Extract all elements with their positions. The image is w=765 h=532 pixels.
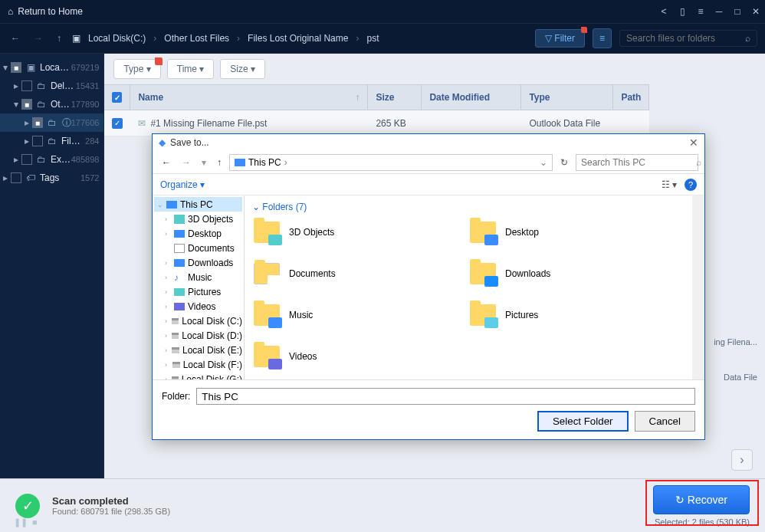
dtree-drvD[interactable]: ›Local Disk (D:): [154, 328, 242, 343]
status-complete-icon: ✓: [15, 494, 40, 518]
tree-deleted[interactable]: ▸🗀Deleted Files15431: [0, 77, 103, 95]
search-icon: ⌕: [745, 33, 750, 44]
tree-other[interactable]: ▾■🗀Other Lost Files177890: [0, 95, 103, 113]
folder-label: Folder:: [162, 391, 190, 402]
dlg-recent-icon[interactable]: ▾: [199, 156, 209, 169]
nav-up-icon[interactable]: ↑: [54, 30, 64, 47]
dtree-desktop[interactable]: ›Desktop: [154, 226, 242, 241]
filter-badge: [581, 27, 587, 33]
header-checkbox[interactable]: ✓: [112, 92, 122, 103]
disk-icon: ▣: [72, 33, 80, 44]
funnel-icon: ▽: [545, 33, 552, 44]
dtree-videos[interactable]: ›Videos: [154, 299, 242, 314]
folder-input[interactable]: [196, 388, 695, 405]
help-icon[interactable]: ⓘ: [62, 117, 71, 130]
dlg-up-icon[interactable]: ↑: [214, 156, 225, 169]
dtree-thispc[interactable]: ⌄This PC: [154, 197, 242, 212]
row-size: 265 KB: [368, 118, 422, 129]
cancel-button[interactable]: Cancel: [635, 411, 696, 432]
stop-icon[interactable]: ■: [32, 517, 38, 527]
search-box[interactable]: ⌕: [619, 30, 757, 47]
navbar: ← → ↑ ▣ Local Disk(C:)› Other Lost Files…: [0, 23, 765, 54]
close-icon[interactable]: ✕: [747, 6, 765, 17]
status-title: Scan completed: [52, 495, 170, 507]
layout-icon[interactable]: ▯: [673, 6, 691, 17]
dtree-downloads[interactable]: ›Downloads: [154, 255, 242, 270]
select-folder-button[interactable]: Select Folder: [537, 411, 629, 432]
folder-videos[interactable]: Videos: [252, 343, 468, 370]
crumb-3[interactable]: pst: [366, 33, 379, 44]
table-row[interactable]: ✓ ✉#1 Missing Filename File.pst 265 KB O…: [104, 110, 649, 136]
dialog-title: Save to...: [170, 137, 209, 148]
filter-button[interactable]: ▽ Filter: [535, 29, 585, 48]
peek-name: ing Filena...: [714, 337, 757, 346]
folder-desktop[interactable]: Desktop: [468, 218, 685, 246]
tree-origname[interactable]: ▸■🗀Files Lost Origi...ⓘ177606: [0, 113, 103, 132]
header-size[interactable]: Size: [368, 85, 422, 110]
help-icon[interactable]: ?: [685, 179, 697, 191]
pager-next-button[interactable]: ›: [731, 449, 753, 471]
crumb-1[interactable]: Other Lost Files: [164, 33, 229, 44]
recover-button[interactable]: ↻ Recover: [653, 485, 750, 514]
header-type[interactable]: Type: [521, 85, 613, 110]
filter-time-button[interactable]: Time ▾: [167, 59, 215, 79]
organize-menu[interactable]: Organize ▾: [160, 179, 205, 190]
save-to-dialog: ◆ Save to... ✕ ← → ▾ ↑ This PC › ⌄ ↻ ⌕ O…: [152, 133, 705, 440]
folder-3dobjects[interactable]: 3D Objects: [252, 218, 468, 246]
section-folders[interactable]: ⌄ Folders (7): [252, 202, 685, 212]
dialog-search-input[interactable]: [581, 157, 696, 168]
tree-tags[interactable]: ▸🏷Tags1572: [0, 169, 103, 187]
filter-label: Filter: [554, 33, 575, 44]
minimize-icon[interactable]: ─: [710, 6, 728, 17]
dtree-drvE[interactable]: ›Local Disk (E:): [154, 343, 242, 357]
titlebar: ⌂ Return to Home < ▯ ≡ ─ □ ✕: [0, 0, 765, 23]
pause-icon[interactable]: ❚❚: [14, 517, 28, 527]
header-path[interactable]: Path: [613, 85, 649, 110]
row-checkbox[interactable]: ✓: [112, 118, 123, 129]
share-icon[interactable]: <: [655, 6, 673, 17]
content-toolbar: Type ▾ Time ▾ Size ▾: [104, 54, 649, 84]
view-button[interactable]: ☷ ▾: [662, 179, 677, 190]
selected-count: Selected: 2 files (530 KB): [653, 517, 750, 527]
mail-icon: ✉: [138, 118, 146, 129]
return-home-button[interactable]: ⌂ Return to Home: [0, 6, 90, 17]
dlg-back-icon[interactable]: ←: [159, 156, 174, 169]
chevron-right-icon: ›: [284, 157, 287, 168]
tree-existing[interactable]: ▸🗀Existing Files485898: [0, 150, 103, 169]
dlg-fwd-icon: →: [179, 156, 194, 169]
crumb-2[interactable]: Files Lost Original Name: [248, 33, 348, 44]
menu-icon[interactable]: ≡: [691, 6, 710, 17]
tree-root[interactable]: ▾■▣Local Disk(C:)679219: [0, 58, 103, 77]
filter-size-button[interactable]: Size ▾: [220, 59, 265, 79]
view-mode-button[interactable]: ≡: [593, 28, 612, 48]
dtree-cube[interactable]: ›3D Objects: [154, 212, 242, 226]
pc-icon: [235, 159, 245, 166]
folder-documents[interactable]: Documents: [252, 260, 468, 287]
nav-back-icon[interactable]: ←: [8, 30, 23, 47]
search-input[interactable]: [626, 33, 745, 44]
folder-music[interactable]: Music: [252, 301, 468, 329]
dialog-scrollbar[interactable]: [692, 195, 704, 379]
header-name[interactable]: Name↑: [130, 85, 368, 110]
refresh-icon[interactable]: ↻: [557, 157, 571, 168]
nav-forward-icon: →: [31, 30, 46, 47]
maximize-icon[interactable]: □: [728, 6, 747, 17]
address-bar[interactable]: This PC › ⌄: [229, 154, 553, 171]
dtree-drvF[interactable]: ›Local Disk (F:): [154, 357, 242, 372]
dialog-search[interactable]: ⌕: [576, 154, 698, 171]
dtree-docs[interactable]: Documents: [154, 241, 242, 255]
address-text: This PC: [248, 157, 281, 168]
dtree-drvG[interactable]: ›Local Disk (G:): [154, 372, 242, 379]
folder-pictures[interactable]: Pictures: [468, 301, 685, 329]
statusbar: ✓ Scan completed Found: 680791 file (298…: [0, 478, 765, 532]
dtree-drvC[interactable]: ›Local Disk (C:): [154, 314, 242, 328]
dtree-music[interactable]: ›♪Music: [154, 270, 242, 284]
filter-type-button[interactable]: Type ▾: [113, 59, 160, 79]
dtree-pics[interactable]: ›Pictures: [154, 284, 242, 299]
folder-downloads[interactable]: Downloads: [468, 260, 685, 287]
header-date[interactable]: Date Modified: [422, 85, 521, 110]
dialog-close-icon[interactable]: ✕: [689, 136, 698, 149]
tree-origdir[interactable]: ▸🗀Files Lost Original Dire...284: [0, 132, 103, 150]
crumb-0[interactable]: Local Disk(C:): [88, 33, 146, 44]
combo-down-icon[interactable]: ⌄: [540, 157, 547, 168]
